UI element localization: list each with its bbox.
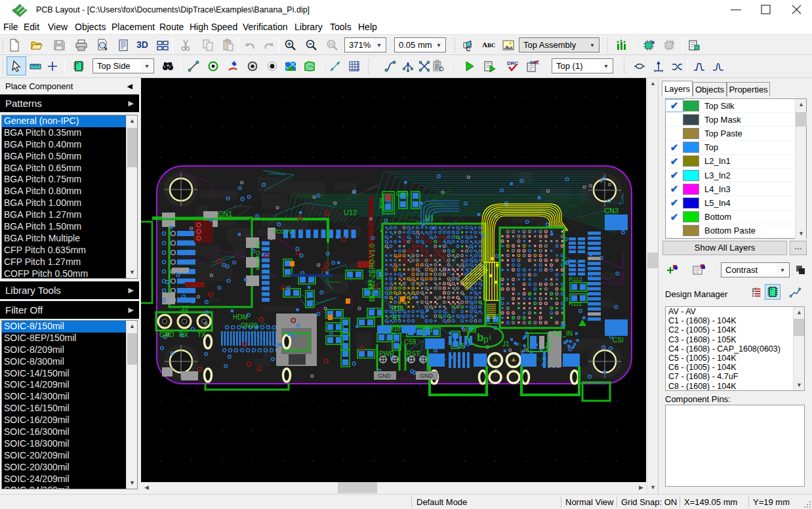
svg-text:TX: TX bbox=[197, 331, 206, 338]
svg-text:GND: GND bbox=[420, 373, 434, 379]
svg-text:i: i bbox=[489, 333, 491, 342]
svg-text:R10: R10 bbox=[390, 326, 401, 333]
svg-text:C59: C59 bbox=[404, 338, 416, 346]
svg-text:U12: U12 bbox=[344, 209, 357, 216]
svg-text:CN1: CN1 bbox=[218, 210, 232, 218]
svg-text:C83: C83 bbox=[396, 190, 409, 197]
svg-text:BPI-M2-ZERO-V1.0: BPI-M2-ZERO-V1.0 bbox=[369, 243, 376, 302]
svg-text:J5: J5 bbox=[458, 342, 465, 350]
svg-text:R79: R79 bbox=[378, 197, 385, 209]
svg-text:GND: GND bbox=[378, 373, 392, 379]
svg-text:R1: R1 bbox=[392, 314, 401, 321]
svg-text:R111: R111 bbox=[569, 300, 582, 307]
svg-text:C82: C82 bbox=[367, 279, 373, 291]
svg-text:DC_IN: DC_IN bbox=[553, 330, 573, 337]
svg-text:R112: R112 bbox=[569, 276, 582, 283]
svg-text:CSI: CSI bbox=[613, 336, 624, 344]
svg-text:J1: J1 bbox=[502, 340, 510, 348]
svg-text:p: p bbox=[483, 334, 489, 344]
svg-text:MICRO SD: MICRO SD bbox=[254, 240, 261, 270]
svg-text:PWR: PWR bbox=[379, 350, 394, 357]
svg-text:U1: U1 bbox=[425, 214, 434, 222]
svg-text:J3: J3 bbox=[544, 342, 552, 350]
svg-text:CN3: CN3 bbox=[604, 207, 619, 214]
svg-text:CN30: CN30 bbox=[241, 322, 258, 329]
svg-text:GND: GND bbox=[159, 331, 174, 338]
svg-text:b: b bbox=[477, 331, 483, 344]
svg-text:J2: J2 bbox=[181, 304, 189, 312]
svg-text:HDM: HDM bbox=[233, 314, 248, 321]
svg-text:R14: R14 bbox=[392, 305, 404, 312]
svg-text:RX: RX bbox=[179, 331, 188, 338]
svg-text:VCC-RT: VCC-RT bbox=[272, 228, 294, 235]
svg-text:RST: RST bbox=[407, 350, 420, 357]
